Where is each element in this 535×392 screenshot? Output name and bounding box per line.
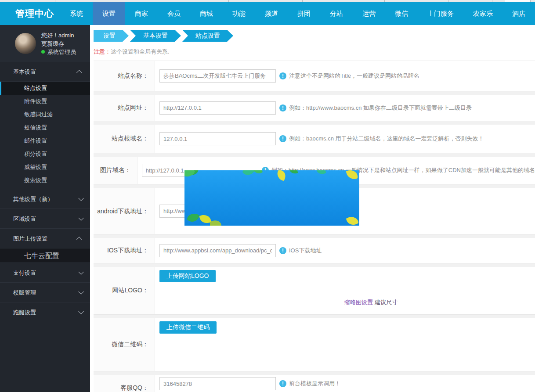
nav-item-operation[interactable]: 运营 [353,2,385,25]
form-row-site-logo: 网站LOGO： 上传网站LOGO 缩略图设置建议尺寸 [94,267,535,315]
sidebar-section-region-settings[interactable]: 区域设置 [0,209,90,229]
form-row-wechat-qrcode: 微信二维码： 上传微信二维码 [94,318,535,371]
thumbnail-note: 缩略图设置建议尺寸 [344,298,398,306]
sidebar-section-basic-settings[interactable]: 基本设置 [0,62,90,82]
basic-settings-submenu: 站点设置 附件设置 敏感词过滤 短信设置 邮件设置 积分设置 威望设置 搜索设置 [0,82,90,189]
sidebar-item-mail-settings[interactable]: 邮件设置 [0,134,90,147]
nav-item-mall[interactable]: 商城 [190,2,223,25]
ios-download-label: IOS下载地址： [94,238,155,263]
image-domain-label: 图片域名： [94,157,137,184]
page-notice: 注意：这个设置和全局有关系. [94,48,535,56]
sidebar-section-other-settings[interactable]: 其他设置（新） [0,189,90,209]
nav-item-channel[interactable]: 频道 [255,2,288,25]
chevron-down-icon [78,215,84,221]
breadcrumb-basic-settings[interactable]: 基本设置 [130,30,181,42]
form-row-service-qq: 客服QQ： 前台模板显示调用！ [94,375,535,392]
service-qq-hint: 前台模板显示调用！ [289,380,340,388]
sidebar-section-payment-settings[interactable]: 支付设置 [0,263,90,283]
sidebar-item-search-settings[interactable]: 搜索设置 [0,174,90,187]
upload-logo-button[interactable]: 上传网站LOGO [159,270,216,282]
avatar [15,33,36,54]
nav-item-groupbuy[interactable]: 拼团 [288,2,320,25]
root-domain-hint: 例如：baocms.cn 用于分站二级域名，这里的域名一定要泛解析，否则失效！ [289,135,484,143]
chevron-up-icon [76,70,82,76]
service-qq-input[interactable] [159,377,276,390]
sidebar-item-sms-settings[interactable]: 短信设置 [0,121,90,134]
sidebar-item-points-settings[interactable]: 积分设置 [0,147,90,161]
info-icon [279,380,286,387]
sidebar-item-site-settings[interactable]: 站点设置 [0,82,90,95]
android-download-label: android下载地址： [94,188,155,234]
suggested-size-text: 建议尺寸 [375,299,398,306]
service-qq-label: 客服QQ： [94,375,155,392]
ios-download-hint: IOS下载地址 [289,247,322,255]
sidebar-item-prestige-settings[interactable]: 威望设置 [0,161,90,174]
sidebar: 您好！admin 更新缓存 系统管理员 基本设置 站点设置 附件设置 敏感词过滤… [0,25,90,392]
top-nav: 管理中心 系统 设置 商家 会员 商城 功能 频道 拼团 分站 运营 微信 上门… [0,2,535,25]
sidebar-section-image-upload-settings[interactable]: 图片上传设置 [0,229,90,248]
nav-item-substation[interactable]: 分站 [320,2,353,25]
chevron-up-icon [76,237,82,242]
thumbnail-settings-link[interactable]: 缩略图设置 [344,299,373,306]
chevron-down-icon [78,269,84,275]
info-icon [279,72,286,79]
ios-download-input[interactable] [159,244,276,257]
site-logo-label: 网站LOGO： [94,267,155,314]
site-name-input[interactable] [159,69,276,83]
breadcrumb: 设置 基本设置 站点设置 [90,25,535,42]
site-name-label: 站点名称： [94,61,155,91]
site-name-hint: 注意这个不是网站的Title，一般建议是网站的品牌名 [289,72,419,80]
chevron-down-icon [78,289,84,295]
wechat-qrcode-label: 微信二维码： [94,318,155,371]
chevron-down-icon [78,195,84,201]
banner-image-overlay [184,170,359,226]
sidebar-section-errand-settings[interactable]: 跑腿设置 [0,302,90,322]
settings-form: 站点名称： 注意这个不是网站的Title，一般建议是网站的品牌名 站点网址： 例… [94,61,535,392]
user-role: 系统管理员 [47,48,76,56]
form-row-root-domain: 站点根域名： 例如：baocms.cn 用于分站二级域名，这里的域名一定要泛解析… [94,125,535,153]
site-url-input[interactable] [159,101,276,115]
breadcrumb-site-settings[interactable]: 站点设置 [182,30,233,42]
root-domain-input[interactable] [159,132,276,145]
upload-wechat-qrcode-button[interactable]: 上传微信二维码 [159,321,217,334]
online-status-icon [41,50,45,54]
app-title: 管理中心 [0,2,60,25]
sidebar-item-sensitive-words[interactable]: 敏感词过滤 [0,108,90,121]
nav-item-merchant[interactable]: 商家 [125,2,158,25]
user-panel: 您好！admin 更新缓存 系统管理员 [0,25,90,62]
nav-item-system[interactable]: 系统 [60,2,93,25]
sidebar-section-template-management[interactable]: 模版管理 [0,283,90,302]
nav-menu: 系统 设置 商家 会员 商城 功能 频道 拼团 分站 运营 微信 上门服务 农家… [60,2,535,25]
nav-item-settings[interactable]: 设置 [93,2,125,25]
info-icon [279,135,286,142]
nav-item-farmhouse[interactable]: 农家乐 [463,2,502,25]
nav-item-member[interactable]: 会员 [158,2,190,25]
user-greeting: 您好！admin [41,31,76,40]
breadcrumb-settings[interactable]: 设置 [94,30,129,42]
site-url-hint: 例如：http://www.baocms.cn 如果你在二级目录下面就需要带上二… [289,104,472,112]
site-url-label: 站点网址： [94,95,155,121]
sidebar-item-attachment-settings[interactable]: 附件设置 [0,95,90,108]
info-icon [279,104,286,111]
info-icon [279,247,286,254]
form-row-site-name: 站点名称： 注意这个不是网站的Title，一般建议是网站的品牌名 [94,61,535,91]
root-domain-label: 站点根域名： [94,125,155,153]
form-row-ios-download: IOS下载地址： IOS下载地址 [94,238,535,263]
page: { "nav": { "brand": "管理中心", "items": [ {… [0,0,535,392]
leaf-decoration [184,170,359,226]
nav-item-hotel[interactable]: 酒店 [502,2,535,25]
nav-item-doorservice[interactable]: 上门服务 [418,2,463,25]
chevron-down-icon [78,309,84,314]
sidebar-item-qiniu-config[interactable]: 七牛云配置 [0,248,90,263]
nav-item-wechat[interactable]: 微信 [385,2,418,25]
refresh-cache-link[interactable]: 更新缓存 [41,40,76,48]
nav-item-function[interactable]: 功能 [223,2,255,25]
form-row-site-url: 站点网址： 例如：http://www.baocms.cn 如果你在二级目录下面… [94,95,535,121]
